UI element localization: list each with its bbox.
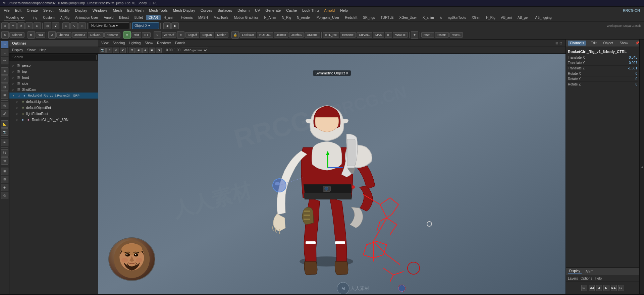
lt-scale[interactable]: ⊡ [1,83,8,91]
module-sr-rigs[interactable]: SR_rigs [360,15,378,20]
collapse-handle[interactable]: ◀ [639,40,644,294]
lt-xray[interactable]: ◎ [1,192,8,199]
rig-resets[interactable]: resetS [449,32,463,38]
vp-menu-shading[interactable]: Shading [111,41,127,45]
module-bifrost[interactable]: Bifrost [116,15,131,20]
icon-rui[interactable]: R [28,31,35,39]
icon-lock[interactable]: 🔒 [231,31,239,39]
cb-row-translate-z[interactable]: Translate Z -1.601 [567,66,638,71]
menu-uv[interactable]: UV [253,8,262,13]
anim-back[interactable]: ◀ [596,285,602,291]
pin-icon[interactable]: 📌 [635,41,639,45]
object-x-dropdown[interactable]: Object X ▾ [132,22,159,29]
cb-row-rotate-y[interactable]: Rotate Y 0 [567,76,638,82]
rig-segoff[interactable]: SegOff [185,32,199,38]
module-hdemia[interactable]: Hdemia [178,15,195,20]
tree-item-lighteditorroot[interactable]: ▷ ◎ lightEditorRoot [9,111,98,117]
vp-icon-shadow[interactable]: ◑ [156,48,162,53]
tab-edit[interactable]: Edit [589,41,598,46]
anim-step-back[interactable]: ◀◀ [589,285,595,291]
module-mash[interactable]: MASH [196,15,211,20]
vp-menu-lighting[interactable]: Lighting [127,41,142,45]
rig-wraptc[interactable]: WrapTc [393,32,408,38]
vp-icon-select[interactable]: ↗ [106,48,112,53]
icon-jboned[interactable]: J [48,31,56,39]
skinner-icon[interactable]: S [1,31,9,39]
rig-skinner[interactable]: Skinner [9,32,24,38]
tool-snap-grid[interactable]: ⊞ [62,22,70,29]
lt-universal[interactable]: ⊞ [1,92,8,99]
menu-edit-mesh[interactable]: Edit Mesh [125,8,146,13]
cb-row-rotate-z[interactable]: Rotate Z 0 [567,82,638,87]
vp-icon-lasso[interactable]: ⊂ [113,48,119,53]
lt-sculpt[interactable]: 🖌 [1,110,8,117]
rig-xkcon[interactable]: XKcont. [305,32,320,38]
frame-back[interactable]: ◀ [163,22,171,29]
module-bullet[interactable]: Bullet [132,15,146,20]
module-xgen-user[interactable]: XGen_User [396,15,419,20]
icon-hist[interactable]: H [123,31,131,39]
anim-forward[interactable]: ▶ [603,285,609,291]
menu-deform[interactable]: Deform [235,8,252,13]
tool-select[interactable]: ⊕ [1,22,9,29]
tree-item-rocketgirl-grp[interactable]: ▼ □ ■ RocketGirl_Rig_v1_6:RocketGirl_GRP [9,93,98,99]
module-a-rig[interactable]: A_Rig [58,15,72,20]
module-arnold[interactable]: Arnold [101,15,116,20]
module-ab-ani[interactable]: AB_ani [498,15,515,20]
anim-go-end[interactable]: ⏭ [618,285,624,291]
frame-forward[interactable]: ▶ [171,22,179,29]
vp-icon-light[interactable]: ◈ [142,48,148,53]
search-input[interactable] [11,55,97,60]
outliner-menu-display[interactable]: Display [11,48,24,52]
tree-item-side[interactable]: ▷ 🎬 side [9,80,98,86]
module-n-anim[interactable]: N_Anim [262,15,279,20]
maximize-icon[interactable]: ⊞ [555,41,558,45]
module-polygons-user[interactable]: Polygons_User [314,15,342,20]
lt-move[interactable]: ⊕ [1,67,8,75]
lt-camera[interactable]: 📷 [1,128,8,136]
cb-row-translate-y[interactable]: Translate Y 0.997 [567,60,638,66]
lt-show-hide[interactable]: 👁 [1,139,8,146]
module-turtle[interactable]: TURTLE [378,15,396,20]
menu-cache[interactable]: Cache [284,8,299,13]
module-ing[interactable]: ing [30,15,40,20]
cb-row-translate-x[interactable]: Translate X -0.345 [567,55,638,60]
rig-nt[interactable]: NT [142,32,151,38]
tree-item-front[interactable]: ▷ 🎬 front [9,74,98,80]
menu-mesh-display[interactable]: Mesh Display [171,8,198,13]
vp-menu-show[interactable]: Show [143,41,155,45]
module-animation-user[interactable]: Animation User [72,15,101,20]
lt-paint[interactable]: ✏ [1,57,8,64]
tool-snap-curve[interactable]: ∿ [70,22,78,29]
anim-go-start[interactable]: ⏮ [581,285,587,291]
tool-snap-point[interactable]: ◇ [78,22,86,29]
module-motion-graphics[interactable]: Motion Graphics [231,15,261,20]
menu-arnold[interactable]: Arnold [322,8,337,13]
module-ngskin[interactable]: ngSkinTools [445,15,469,20]
tool-rotate[interactable]: ↺ [17,22,25,29]
tool-soft[interactable]: ◎ [44,22,51,29]
tool-paint[interactable]: 🖌 [52,22,59,29]
tab-anim[interactable]: Anim [584,269,595,274]
viewport-area[interactable]: View Shading Lighting Show Renderer Pane… [98,40,566,294]
vp-menu-panels[interactable]: Panels [173,41,187,45]
tool-move[interactable]: ✛ [9,22,17,29]
vp-icon-smooth[interactable]: ◉ [136,48,142,53]
rig-lockson[interactable]: LocksOn [239,32,256,38]
vp-menu-view[interactable]: View [100,41,110,45]
vp-icon-wireframe[interactable]: ⊡ [129,48,135,53]
module-ab-gen[interactable]: AB_gen [515,15,532,20]
rig-resetr[interactable]: resetR [435,32,449,38]
icon-zero-off[interactable]: ● [177,31,184,39]
tree-item-top[interactable]: ▷ 🎬 top [9,68,98,74]
vp-icon-camera[interactable]: 📷 [100,48,106,53]
rig-rotog[interactable]: ROTOG. [257,32,273,38]
lt-snap[interactable]: ⊡ [1,176,8,183]
rig-segon[interactable]: ZeroOff [162,32,176,38]
menu-help[interactable]: Help [595,277,602,280]
menu-display[interactable]: Display [73,8,90,13]
vp-icon-texture[interactable]: ▣ [149,48,155,53]
lt-grid[interactable]: ⊞ [1,168,8,175]
menu-curves[interactable]: Curves [198,8,215,13]
module-lu[interactable]: lu [437,15,445,20]
